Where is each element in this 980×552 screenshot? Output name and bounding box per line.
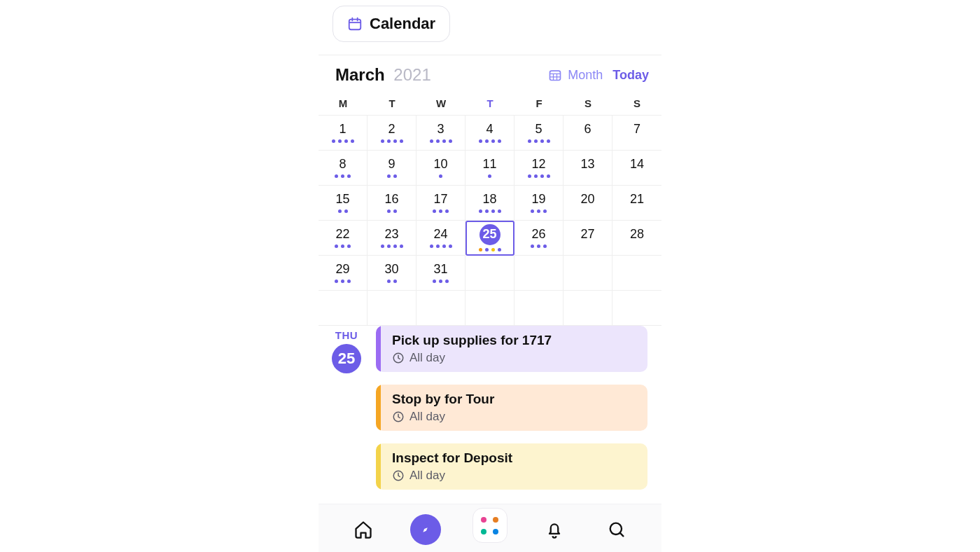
calendar-cell[interactable]: 22 — [318, 221, 368, 256]
day-number: 5 — [535, 122, 542, 137]
calendar-app: Calendar March 2021 Month Today MTWTFSS … — [318, 0, 662, 552]
event-dots — [479, 139, 501, 144]
day-number: 2 — [388, 122, 395, 137]
calendar-cell[interactable]: 5 — [514, 116, 564, 151]
event-dots — [387, 280, 397, 284]
day-number: 30 — [384, 262, 398, 277]
view-mode-selector[interactable]: Month — [548, 68, 603, 83]
apps-dot-icon — [493, 517, 498, 523]
event-time: All day — [392, 469, 512, 483]
calendar-cell — [368, 291, 416, 326]
event-dots — [528, 174, 550, 179]
day-number: 26 — [531, 227, 545, 242]
month-grid-icon — [548, 68, 562, 82]
calendar-cell[interactable]: 12 — [514, 151, 564, 186]
event-dots — [430, 139, 452, 144]
day-number: 28 — [630, 227, 644, 242]
calendar-cell[interactable]: 23 — [368, 221, 416, 256]
day-number: 29 — [335, 262, 349, 277]
day-number: 15 — [335, 192, 349, 207]
event-dots — [531, 244, 547, 249]
calendar-cell[interactable]: 18 — [465, 186, 514, 221]
event-card[interactable]: Stop by for TourAll day — [376, 385, 648, 431]
calendar-cell[interactable]: 26 — [514, 221, 564, 256]
calendar-cell[interactable]: 7 — [612, 116, 662, 151]
day-number: 11 — [482, 157, 496, 172]
day-number: 16 — [384, 192, 398, 207]
day-number: 9 — [388, 157, 395, 172]
event-color-bar — [376, 385, 381, 431]
calendar-cell[interactable]: 25 — [465, 221, 514, 256]
tab-home[interactable] — [348, 514, 379, 545]
day-number: 25 — [479, 224, 500, 245]
calendar-cell[interactable]: 10 — [416, 151, 465, 186]
calendar-cell[interactable]: 16 — [368, 186, 416, 221]
day-number: 12 — [531, 157, 545, 172]
calendar-cell[interactable]: 17 — [416, 186, 465, 221]
svg-rect-0 — [349, 20, 361, 30]
calendar-cell[interactable]: 1 — [318, 116, 368, 151]
calendar-cell[interactable]: 19 — [514, 186, 564, 221]
tab-notifications[interactable] — [539, 514, 570, 545]
event-dots — [335, 174, 351, 179]
event-title: Stop by for Tour — [392, 392, 494, 407]
calendar-cell[interactable]: 13 — [564, 151, 612, 186]
calendar-cell[interactable]: 15 — [318, 186, 368, 221]
day-number: 19 — [531, 192, 545, 207]
day-number: 23 — [384, 227, 398, 242]
event-dots — [488, 174, 491, 179]
event-title: Pick up supplies for 1717 — [392, 333, 552, 348]
calendar-cell — [564, 291, 612, 326]
calendar-cell[interactable]: 8 — [318, 151, 368, 186]
calendar-cell[interactable]: 3 — [416, 116, 465, 151]
month-label: March — [335, 65, 385, 84]
calendar-cell[interactable]: 21 — [612, 186, 662, 221]
today-button[interactable]: Today — [612, 68, 649, 83]
tab-search[interactable] — [601, 514, 632, 545]
event-list: Pick up supplies for 1717All dayStop by … — [376, 326, 662, 490]
apps-dot-icon — [481, 517, 486, 523]
weekday-label: S — [564, 97, 612, 109]
weekday-label: F — [514, 97, 564, 109]
weekday-label: T — [465, 97, 514, 109]
bell-icon — [545, 520, 564, 539]
calendar-header: March 2021 Month Today — [318, 62, 662, 90]
calendar-cell[interactable]: 9 — [368, 151, 416, 186]
weekday-label: M — [318, 97, 368, 109]
clock-icon — [392, 469, 405, 482]
calendar-cell[interactable]: 6 — [564, 116, 612, 151]
calendar-cell[interactable]: 24 — [416, 221, 465, 256]
event-dots — [479, 209, 501, 214]
calendar-cell[interactable]: 27 — [564, 221, 612, 256]
calendar-chip[interactable]: Calendar — [332, 6, 450, 42]
event-card[interactable]: Inspect for DepositAll day — [376, 443, 648, 490]
selected-day-num: 25 — [332, 344, 361, 373]
day-number: 24 — [433, 227, 447, 242]
calendar-cell[interactable]: 31 — [416, 256, 465, 291]
calendar-cell[interactable]: 11 — [465, 151, 514, 186]
calendar-cell[interactable]: 20 — [564, 186, 612, 221]
calendar-icon — [347, 16, 363, 32]
tab-bar — [318, 504, 662, 552]
calendar-cell[interactable]: 2 — [368, 116, 416, 151]
day-number: 3 — [437, 122, 444, 137]
calendar-cell[interactable]: 29 — [318, 256, 368, 291]
calendar-grid: 1234567891011121314151617181920212223242… — [318, 115, 662, 326]
weekday-label: W — [416, 97, 465, 109]
event-card[interactable]: Pick up supplies for 1717All day — [376, 326, 648, 372]
calendar-cell[interactable]: 30 — [368, 256, 416, 291]
event-dots — [433, 209, 449, 214]
tab-apps[interactable] — [472, 508, 507, 543]
event-time: All day — [392, 410, 494, 424]
calendar-cell[interactable]: 14 — [612, 151, 662, 186]
day-number: 6 — [584, 122, 591, 137]
weekday-label: T — [368, 97, 416, 109]
calendar-cell[interactable]: 28 — [612, 221, 662, 256]
event-title: Inspect for Deposit — [392, 450, 512, 466]
month-title[interactable]: March 2021 — [335, 65, 431, 85]
day-number: 27 — [580, 227, 594, 242]
event-dots — [338, 209, 348, 214]
tab-explore[interactable] — [410, 514, 441, 545]
day-number: 21 — [630, 192, 644, 207]
calendar-cell[interactable]: 4 — [465, 116, 514, 151]
